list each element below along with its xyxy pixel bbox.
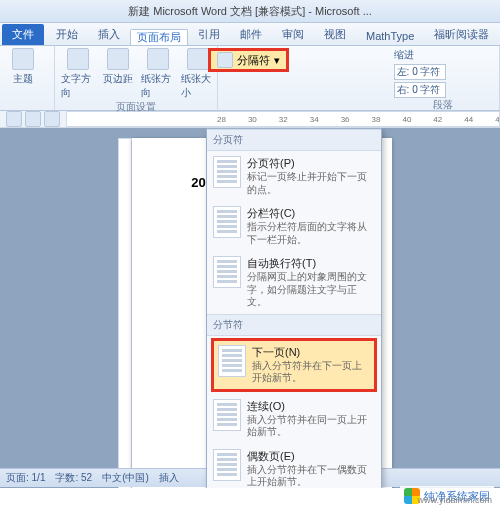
tab-mathtype[interactable]: MathType — [356, 27, 424, 45]
tab-view[interactable]: 视图 — [314, 24, 356, 45]
margins-button[interactable]: 页边距 — [101, 48, 135, 86]
indent-label: 缩进 — [394, 48, 493, 62]
chevron-down-icon: ▾ — [274, 54, 280, 67]
text-direction-icon — [67, 48, 89, 70]
menu-page-break[interactable]: 分页符(P)标记一页终止并开始下一页的点。 — [207, 151, 381, 201]
status-insert-mode[interactable]: 插入 — [159, 471, 179, 485]
page-break-icon — [213, 156, 241, 188]
themes-icon — [12, 48, 34, 70]
tab-foxit[interactable]: 福昕阅读器 — [424, 24, 499, 45]
column-break-icon — [213, 206, 241, 238]
status-language[interactable]: 中文(中国) — [102, 471, 149, 485]
menu-text-wrapping-break[interactable]: 自动换行符(T)分隔网页上的对象周围的文字，如分隔题注文字与正文。 — [207, 251, 381, 314]
qat-save-button[interactable] — [6, 111, 22, 127]
group-page-setup-label: 页面设置 — [61, 100, 211, 114]
dropdown-section-page-breaks: 分页符 — [207, 129, 381, 151]
tab-file[interactable]: 文件 — [2, 24, 44, 45]
orientation-icon — [147, 48, 169, 70]
breaks-icon — [217, 52, 233, 68]
tab-review[interactable]: 审阅 — [272, 24, 314, 45]
document-area[interactable]: 20 项目 *** 大学研究生院制 分页符 分页符(P)标记一页终止并开始下一页… — [0, 128, 500, 488]
status-words[interactable]: 字数: 52 — [55, 471, 92, 485]
menu-next-page-section-break[interactable]: 下一页(N)插入分节符并在下一页上开始新节。 — [211, 338, 377, 392]
themes-button[interactable]: 主题 — [6, 48, 40, 86]
tab-home[interactable]: 开始 — [46, 24, 88, 45]
next-page-icon — [218, 345, 246, 377]
tab-page-layout[interactable]: 页面布局 — [130, 29, 188, 45]
text-direction-button[interactable]: 文字方向 — [61, 48, 95, 100]
ribbon: 主题 文字方向 页边距 纸张方向 纸张大小 页面设置 分隔符▾ 缩进 左: 0 … — [0, 46, 500, 111]
tab-references[interactable]: 引用 — [188, 24, 230, 45]
dropdown-section-section-breaks: 分节符 — [207, 314, 381, 336]
size-icon — [187, 48, 209, 70]
status-page[interactable]: 页面: 1/1 — [6, 471, 45, 485]
wrap-break-icon — [213, 256, 241, 288]
tab-insert[interactable]: 插入 — [88, 24, 130, 45]
indent-right-input[interactable]: 右: 0 字符 — [394, 82, 446, 98]
breaks-dropdown-button[interactable]: 分隔符▾ — [208, 48, 289, 72]
even-page-icon — [213, 449, 241, 481]
vertical-ruler[interactable] — [118, 138, 132, 488]
margins-icon — [107, 48, 129, 70]
breaks-dropdown-menu: 分页符 分页符(P)标记一页终止并开始下一页的点。 分栏符(C)指示分栏符后面的… — [206, 128, 382, 488]
menu-even-page-section-break[interactable]: 偶数页(E)插入分节符并在下一偶数页上开始新节。 — [207, 444, 381, 489]
qat-undo-button[interactable] — [25, 111, 41, 127]
watermark-url: www.yidaimm.com — [417, 495, 492, 505]
title-bar: 新建 Microsoft Word 文档 [兼容模式] - Microsoft … — [0, 0, 500, 23]
tab-mailings[interactable]: 邮件 — [230, 24, 272, 45]
orientation-button[interactable]: 纸张方向 — [141, 48, 175, 100]
qat-redo-button[interactable] — [44, 111, 60, 127]
group-paragraph-label: 段落 — [394, 98, 493, 112]
indent-left-input[interactable]: 左: 0 字符 — [394, 64, 446, 80]
menu-continuous-section-break[interactable]: 连续(O)插入分节符并在同一页上开始新节。 — [207, 394, 381, 444]
ribbon-tabs: 文件 开始 插入 页面布局 引用 邮件 审阅 视图 MathType 福昕阅读器 — [0, 23, 500, 46]
menu-column-break[interactable]: 分栏符(C)指示分栏符后面的文字将从下一栏开始。 — [207, 201, 381, 251]
continuous-icon — [213, 399, 241, 431]
